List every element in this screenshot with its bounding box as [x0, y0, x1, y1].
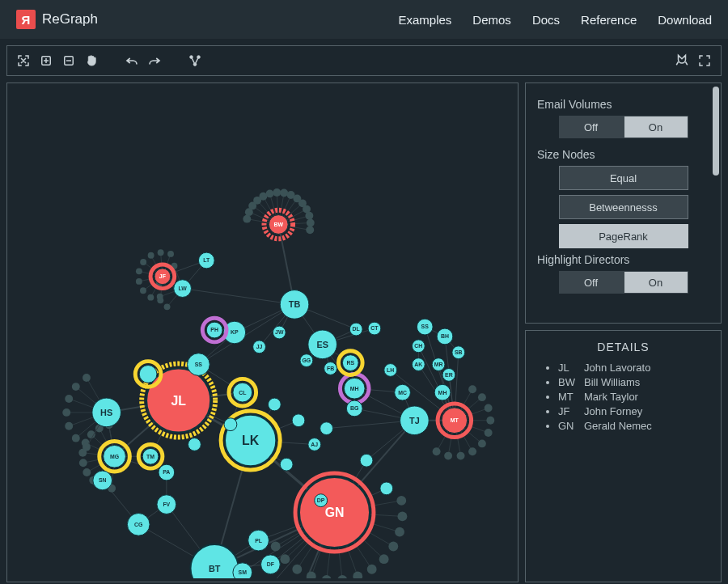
layout-icon[interactable]: [185, 51, 205, 70]
details-row: JFJohn Forney: [558, 405, 709, 417]
details-name: John Lavorato: [584, 362, 650, 374]
svg-point-305: [224, 418, 237, 431]
svg-point-176: [72, 383, 80, 391]
details-code: JF: [558, 405, 584, 417]
toolbar: [6, 45, 722, 76]
highlight-directors-on[interactable]: On: [624, 271, 688, 294]
svg-point-216: [478, 439, 486, 447]
snap-icon[interactable]: [672, 51, 692, 70]
controls-scrollbar[interactable]: [713, 87, 719, 320]
svg-point-120: [147, 294, 154, 301]
size-nodes-pagerank[interactable]: PageRank: [559, 224, 688, 248]
svg-text:TJ: TJ: [409, 416, 420, 425]
svg-point-210: [485, 404, 493, 413]
svg-text:RS: RS: [346, 360, 354, 366]
svg-text:PA: PA: [163, 469, 170, 475]
highlight-directors-label: Highlight Directors: [537, 253, 709, 266]
graph-canvas[interactable]: GNJLLKBTMWTBESTJHSMGKPSSCGPLSMDFTHFVSNPA…: [6, 83, 518, 582]
svg-point-136: [164, 303, 171, 310]
svg-text:MC: MC: [398, 390, 407, 396]
email-volumes-on[interactable]: On: [624, 116, 688, 138]
svg-point-234: [191, 544, 239, 578]
svg-point-200: [292, 565, 302, 574]
svg-text:DF: DF: [267, 561, 274, 567]
svg-text:FB: FB: [327, 366, 334, 371]
details-list: JLJohn LavoratoBWBill WilliamsMTMark Tay…: [537, 362, 709, 432]
svg-point-218: [468, 447, 476, 455]
svg-text:AJ: AJ: [311, 442, 318, 447]
content: GNJLLKBTMWTBESTJHSMGKPSSCGPLSMDFTHFVSNPA…: [6, 83, 722, 582]
svg-text:DP: DP: [317, 497, 325, 503]
nav-download[interactable]: Download: [658, 13, 712, 27]
logo-icon: Я: [16, 10, 36, 29]
logo-text: ReGraph: [42, 11, 98, 28]
details-row: BWBill Williams: [558, 376, 709, 388]
zoom-in-icon[interactable]: [36, 51, 56, 70]
svg-point-128: [140, 259, 146, 265]
svg-point-316: [188, 438, 201, 451]
details-name: John Forney: [584, 405, 642, 417]
svg-point-306: [268, 398, 281, 411]
fit-icon[interactable]: [14, 51, 33, 70]
svg-point-188: [379, 554, 389, 564]
details-panel: DETAILS JLJohn LavoratoBWBill WilliamsMT…: [525, 330, 722, 582]
svg-point-100: [273, 188, 281, 197]
fullscreen-icon[interactable]: [695, 51, 714, 70]
svg-point-116: [306, 226, 314, 234]
svg-point-198: [307, 572, 316, 578]
svg-point-220: [457, 452, 465, 460]
svg-text:SS: SS: [421, 324, 430, 330]
highlight-directors-toggle: Off On: [559, 271, 688, 294]
svg-point-186: [388, 542, 398, 552]
svg-point-206: [468, 385, 476, 393]
nav-examples[interactable]: Examples: [399, 13, 452, 27]
svg-point-308: [320, 422, 333, 435]
email-volumes-off[interactable]: Off: [559, 116, 624, 138]
svg-point-170: [65, 422, 73, 430]
svg-point-196: [322, 575, 332, 578]
svg-text:MG: MG: [110, 454, 119, 459]
svg-point-152: [83, 468, 91, 476]
svg-text:MH: MH: [438, 390, 447, 396]
svg-point-114: [307, 219, 315, 227]
svg-point-212: [486, 417, 494, 425]
svg-point-178: [83, 374, 91, 382]
svg-point-154: [79, 459, 87, 467]
controls-panel: Email Volumes Off On Size Nodes Equal Be…: [525, 83, 722, 324]
header: Я ReGraph Examples Demos Docs Reference …: [0, 0, 728, 39]
highlight-directors-off[interactable]: Off: [559, 271, 624, 294]
size-nodes-label: Size Nodes: [537, 148, 709, 161]
svg-point-124: [136, 278, 142, 285]
svg-text:SB: SB: [455, 349, 463, 355]
svg-text:BH: BH: [441, 333, 449, 339]
size-nodes-equal[interactable]: Equal: [559, 166, 688, 190]
svg-point-315: [380, 482, 393, 495]
nav-reference[interactable]: Reference: [581, 13, 637, 27]
svg-text:AK: AK: [414, 362, 422, 367]
svg-point-102: [280, 189, 288, 197]
graph-svg[interactable]: GNJLLKBTMWTBESTJHSMGKPSSCGPLSMDFTHFVSNPA…: [11, 87, 514, 578]
nav-docs[interactable]: Docs: [532, 13, 560, 27]
svg-point-166: [83, 443, 91, 451]
svg-point-132: [158, 249, 164, 256]
svg-text:DL: DL: [353, 326, 360, 332]
undo-icon[interactable]: [122, 51, 142, 70]
email-volumes-toggle: Off On: [559, 116, 688, 138]
svg-point-88: [243, 215, 251, 223]
size-nodes-betweenness[interactable]: Betweennesss: [559, 195, 688, 219]
svg-point-174: [65, 395, 73, 403]
svg-text:GN: GN: [325, 506, 345, 519]
redo-icon[interactable]: [145, 51, 164, 70]
svg-text:BT: BT: [209, 564, 221, 573]
svg-point-168: [72, 434, 80, 442]
svg-point-138: [157, 294, 163, 300]
hand-icon[interactable]: [82, 51, 101, 70]
svg-point-130: [148, 252, 154, 259]
email-volumes-label: Email Volumes: [537, 98, 709, 111]
svg-text:BG: BG: [350, 405, 358, 411]
nav-demos[interactable]: Demos: [472, 13, 511, 27]
svg-point-190: [367, 565, 377, 574]
svg-text:KP: KP: [231, 329, 239, 335]
zoom-out-icon[interactable]: [59, 51, 78, 70]
svg-point-192: [353, 572, 362, 578]
